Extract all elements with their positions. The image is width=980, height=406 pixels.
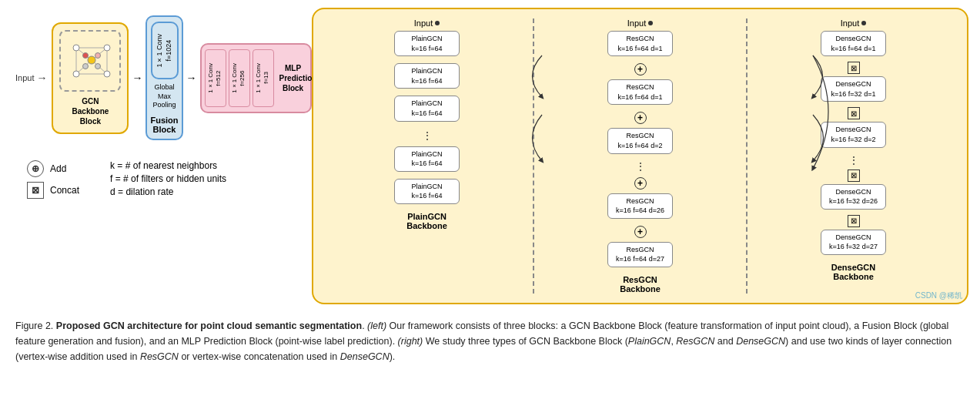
dense-gcn-top: Input bbox=[841, 18, 866, 28]
gcn-inner-dashed bbox=[59, 30, 121, 92]
mlp-block: 1×1 Convf=512 1×1 Convf=256 1×1 Convf=13… bbox=[200, 43, 312, 113]
res-gcn-add-3: + bbox=[634, 177, 647, 190]
dense-gcn-col: Input DenseGCNk=16 f=64 d=1 ⊠ DenseGCNk=… bbox=[748, 18, 959, 294]
add-icon: ⊕ bbox=[27, 160, 44, 177]
plain-gcn-node-5: PlainGCNk=16 f=64 bbox=[394, 179, 460, 204]
res-gcn-input-label: Input bbox=[627, 18, 646, 28]
gcn-backbone-label: GCN Backbone Block bbox=[72, 96, 109, 126]
svg-point-13 bbox=[83, 52, 89, 58]
mlp-col-256: 1×1 Convf=256 bbox=[229, 49, 250, 107]
dense-gcn-concat-3: ⊠ bbox=[848, 169, 860, 182]
dense-gcn-node-3: DenseGCNk=16 f=32 d=2 bbox=[821, 122, 886, 147]
mlp-col-512-label: 1×1 Convf=512 bbox=[207, 63, 223, 93]
res-gcn-add-1: + bbox=[634, 63, 647, 75]
watermark: CSDN @稀凯 bbox=[915, 290, 962, 301]
plain-gcn-dots: ⋮ bbox=[422, 130, 433, 141]
fusion-block: 1×1 Convf=1024 GlobalMaxPooling Fusion B… bbox=[145, 15, 182, 140]
svg-point-8 bbox=[88, 56, 95, 64]
param-k: k = # of nearest neighbors bbox=[110, 160, 226, 171]
fusion-label: GlobalMaxPooling bbox=[152, 83, 176, 110]
plain-gcn-input-label: Input bbox=[414, 18, 433, 28]
plain-gcn-node-2: PlainGCNk=16 f=64 bbox=[394, 63, 460, 89]
dense-gcn-dots: ⋮ bbox=[848, 155, 859, 166]
arrow-1: → bbox=[132, 72, 142, 84]
res-gcn-node-4: ResGCNk=16 f=64 d=26 bbox=[607, 193, 673, 219]
res-gcn-bullet bbox=[648, 21, 653, 25]
dense-gcn-input-label: Input bbox=[841, 18, 859, 28]
conv-1024: 1×1 Convf=1024 bbox=[151, 22, 179, 79]
plain-gcn-col: Input PlainGCNk=16 f=64 PlainGCNk=16 f=6… bbox=[321, 18, 534, 294]
plain-gcn-nodes: PlainGCNk=16 f=64 PlainGCNk=16 f=64 Plai… bbox=[327, 31, 527, 207]
res-gcn-dots: ⋮ bbox=[635, 161, 646, 172]
right-diagram: Input PlainGCNk=16 f=64 PlainGCNk=16 f=6… bbox=[312, 8, 968, 304]
gcn-backbone-block: GCN Backbone Block bbox=[52, 22, 129, 134]
fusion-main-label: Fusion Block bbox=[150, 116, 178, 134]
caption: Figure 2. Proposed GCN architecture for … bbox=[12, 318, 968, 364]
param-f: f = # of filters or hidden units bbox=[110, 173, 226, 184]
mlp-col-512: 1×1 Convf=512 bbox=[205, 49, 226, 107]
dense-gcn-nodes: DenseGCNk=16 f=64 d=1 ⊠ DenseGCNk=16 f=3… bbox=[754, 31, 953, 258]
svg-point-14 bbox=[95, 52, 101, 58]
arrow-2: → bbox=[186, 72, 197, 84]
plain-gcn-bottom-label: PlainGCNBackbone bbox=[406, 212, 447, 230]
param-d: d = dilation rate bbox=[110, 186, 226, 197]
dense-gcn-concat-2: ⊠ bbox=[848, 107, 860, 119]
res-gcn-nodes: ResGCNk=16 f=64 d=1 + ResGCNk=16 f=64 d=… bbox=[540, 31, 740, 270]
res-gcn-node-5: ResGCNk=16 f=64 d=27 bbox=[607, 242, 673, 267]
right-inner: Input PlainGCNk=16 f=64 PlainGCNk=16 f=6… bbox=[321, 18, 959, 294]
svg-point-16 bbox=[95, 63, 101, 69]
dense-gcn-node-1: DenseGCNk=16 f=64 d=1 bbox=[821, 31, 886, 56]
arch-blocks: Input → bbox=[12, 8, 304, 148]
input-arrow: Input → bbox=[15, 72, 47, 84]
main-container: Input → bbox=[12, 8, 968, 364]
plain-gcn-bullet bbox=[435, 21, 440, 25]
mlp-main-label: MLP Prediction Block bbox=[279, 63, 307, 93]
res-gcn-add-4: + bbox=[634, 226, 647, 238]
res-gcn-node-2: ResGCNk=16 f=64 d=1 bbox=[607, 79, 673, 105]
res-gcn-node-1: ResGCNk=16 f=64 d=1 bbox=[607, 31, 673, 56]
svg-point-9 bbox=[73, 45, 79, 51]
legend: ⊕ Add ⊠ Concat bbox=[19, 154, 87, 205]
plain-gcn-node-1: PlainGCNk=16 f=64 bbox=[394, 31, 460, 56]
plain-gcn-top: Input bbox=[414, 18, 440, 28]
legend-concat: ⊠ Concat bbox=[27, 182, 79, 199]
concat-icon: ⊠ bbox=[27, 182, 44, 199]
caption-bold: Proposed GCN architecture for point clou… bbox=[56, 320, 362, 331]
arrow-right: → bbox=[36, 72, 47, 84]
diagram-row: Input → bbox=[12, 8, 968, 304]
res-gcn-col: Input ResGCNk=16 f=64 d=1 + ResGCNk=16 f… bbox=[534, 18, 748, 294]
dense-gcn-node-5: DenseGCNk=16 f=32 d=27 bbox=[821, 230, 886, 255]
concat-label: Concat bbox=[50, 185, 79, 196]
plain-gcn-node-4: PlainGCNk=16 f=64 bbox=[394, 146, 460, 172]
figure-num: Figure 2. bbox=[15, 320, 53, 331]
mlp-col-13: 1×1 Convf=13 bbox=[253, 49, 274, 107]
params-list: k = # of nearest neighbors f = # of filt… bbox=[102, 154, 234, 205]
mlp-col-256-label: 1×1 Convf=256 bbox=[231, 63, 247, 93]
res-gcn-node-3: ResGCNk=16 f=64 d=2 bbox=[607, 128, 673, 153]
svg-point-10 bbox=[104, 45, 110, 51]
legend-params-row: ⊕ Add ⊠ Concat k = # of nearest neighbor… bbox=[12, 148, 304, 208]
res-gcn-top: Input bbox=[627, 18, 653, 28]
conv-1024-label: 1×1 Convf=1024 bbox=[156, 34, 173, 68]
dense-gcn-node-2: DenseGCNk=16 f=32 d=1 bbox=[821, 76, 886, 102]
input-label: Input bbox=[15, 73, 34, 82]
dense-gcn-bullet bbox=[861, 21, 866, 25]
res-gcn-add-2: + bbox=[634, 112, 647, 124]
svg-point-15 bbox=[83, 63, 89, 69]
dense-gcn-concat-1: ⊠ bbox=[848, 62, 860, 74]
add-label: Add bbox=[50, 163, 66, 174]
gcn-graph-svg bbox=[67, 39, 113, 83]
left-diagram: Input → bbox=[12, 8, 304, 304]
svg-point-11 bbox=[73, 71, 79, 77]
legend-add: ⊕ Add bbox=[27, 160, 79, 177]
plain-gcn-node-3: PlainGCNk=16 f=64 bbox=[394, 96, 460, 121]
dense-gcn-node-4: DenseGCNk=16 f=32 d=26 bbox=[821, 184, 886, 210]
mlp-col-13-label: 1×1 Convf=13 bbox=[255, 63, 271, 93]
dense-gcn-bottom-label: DenseGCNBackbone bbox=[831, 263, 875, 281]
svg-point-12 bbox=[104, 71, 110, 77]
res-gcn-bottom-label: ResGCNBackbone bbox=[620, 275, 661, 294]
dense-gcn-concat-4: ⊠ bbox=[848, 215, 860, 227]
